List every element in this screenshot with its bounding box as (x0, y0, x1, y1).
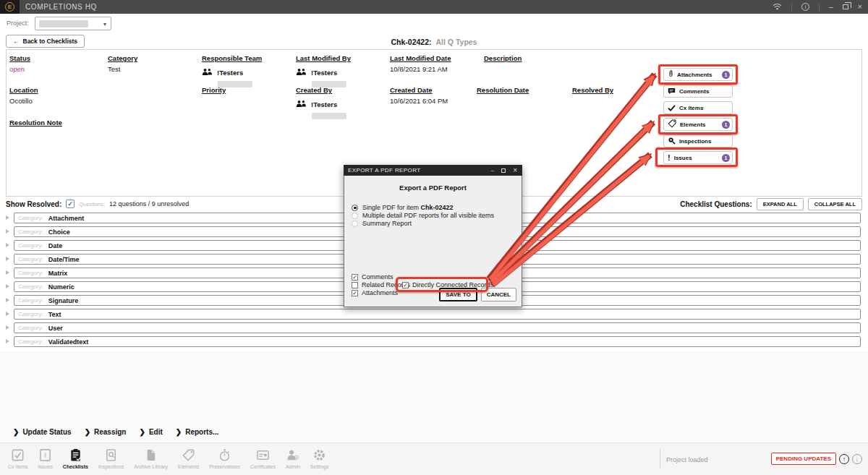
count-badge: 1 (722, 121, 730, 129)
questions-count: 12 questions / 9 unresolved (109, 200, 189, 207)
field-priority: Priority (202, 86, 226, 94)
expand-arrow-icon[interactable] (6, 229, 9, 234)
count-badge: 1 (722, 154, 730, 162)
toolbar-item-settings[interactable]: Settings (305, 446, 333, 471)
issues-button[interactable]: ! Issues 1 (663, 151, 733, 164)
cancel-button[interactable]: CANCEL (481, 288, 516, 301)
status-message: Project loaded (666, 456, 708, 463)
dialog-minimize-icon[interactable]: – (491, 167, 494, 174)
expand-arrow-icon[interactable] (6, 270, 9, 275)
action-reassign[interactable]: ❯Reassign (85, 428, 127, 436)
comment-icon (668, 85, 676, 98)
save-to-button[interactable]: SAVE TO (439, 288, 477, 301)
minimize-icon[interactable]: – (829, 4, 833, 11)
toolbar-item-issues[interactable]: !Issues (33, 446, 58, 471)
attachments-button[interactable]: Attachments 1 (663, 68, 733, 81)
toolbar-item-elements[interactable]: Elements (173, 446, 204, 471)
restore-icon[interactable] (843, 4, 848, 9)
checkbox-checked-icon: ✓ (352, 290, 358, 296)
category-row-header[interactable]: Category:Validatedtext (14, 336, 861, 347)
dialog-maximize-icon[interactable] (501, 168, 506, 173)
category-row-header[interactable]: Category:Text (14, 309, 861, 320)
radio-summary-report[interactable]: Summary Report (352, 220, 412, 227)
app-title: COMPLETIONS HQ (25, 3, 97, 11)
category-name: Matrix (48, 270, 68, 277)
expand-arrow-icon[interactable] (6, 312, 9, 316)
pending-updates-badge[interactable]: PENDING UPDATES (771, 453, 836, 465)
project-value-redacted (39, 20, 88, 27)
action-reports[interactable]: ❯Reports... (176, 428, 219, 436)
checkbox-checked-icon: ✓ (402, 282, 409, 288)
team-icon (296, 66, 307, 79)
expand-arrow-icon[interactable] (6, 325, 9, 330)
checklist-questions-label: Checklist Questions: (680, 200, 752, 208)
wifi-icon (773, 3, 782, 12)
action-update-status[interactable]: ❯Update Status (13, 428, 72, 436)
app-toolbar: Cx Items!IssuesChecklistsInspectionsArch… (0, 442, 868, 475)
checkbox-attachments[interactable]: ✓ Attachments (352, 289, 398, 296)
app-window: E COMPLETIONS HQ i – × Project: ▾ ← Back… (0, 0, 868, 475)
project-bar: Project: ▾ (0, 14, 868, 33)
svg-text:!: ! (44, 451, 46, 459)
toolbar-item-admin[interactable]: Admin (281, 446, 305, 471)
category-prefix-label: Category: (18, 311, 43, 317)
checkbox-comments[interactable]: ✓ Comments (352, 273, 393, 281)
archive-library-icon (144, 448, 158, 463)
checkbox-related-records[interactable]: Related Records (352, 281, 410, 288)
show-resolved-checkbox[interactable]: ✓ (66, 200, 75, 208)
inspections-button[interactable]: Inspections (663, 134, 733, 147)
footer-action-bar: ❯Update Status❯Reassign❯Edit❯Reports... (13, 428, 218, 436)
elements-button[interactable]: Elements 1 (663, 118, 733, 131)
expand-arrow-icon[interactable] (6, 339, 9, 343)
collapse-all-button[interactable]: COLLAPSE ALL (808, 198, 862, 210)
checklists-icon (69, 448, 82, 463)
checkbox-checked-icon: ✓ (352, 274, 358, 281)
toolbar-item-cx-items[interactable]: Cx Items (3, 446, 33, 471)
action-edit[interactable]: ❯Edit (139, 428, 162, 436)
toolbar-item-inspections[interactable]: Inspections (93, 446, 129, 471)
expand-arrow-icon[interactable] (6, 298, 9, 302)
show-resolved-label: Show Resolved: (6, 200, 61, 208)
cx-items-button[interactable]: Cx Items (663, 101, 733, 114)
toolbar-item-preservations[interactable]: Preservations (204, 446, 245, 471)
download-updates-icon[interactable]: ↓ (852, 454, 862, 464)
category-prefix-label: Category: (18, 270, 43, 276)
expand-arrow-icon[interactable] (6, 243, 9, 247)
dialog-close-icon[interactable]: × (513, 166, 517, 174)
info-icon[interactable]: i (801, 3, 809, 11)
redacted-value (312, 113, 346, 119)
category-name: Choice (48, 228, 70, 236)
status-value: open (9, 65, 30, 73)
expand-arrow-icon[interactable] (6, 284, 9, 288)
project-label: Project: (7, 20, 29, 27)
admin-icon (286, 448, 299, 463)
field-responsible-team: Responsible Team !Testers (202, 54, 262, 87)
category-name: Numeric (48, 283, 75, 291)
toolbar-item-certificates[interactable]: Certificates (245, 446, 281, 471)
expand-all-button[interactable]: EXPAND ALL (757, 198, 804, 210)
statusbar-divider (660, 449, 660, 469)
category-name: User (48, 325, 63, 332)
expand-arrow-icon[interactable] (6, 257, 9, 261)
dialog-titlebar: EXPORT A PDF REPORT – × (344, 165, 522, 176)
category-prefix-label: Category: (18, 242, 43, 249)
category-prefix-label: Category: (18, 215, 43, 221)
close-icon[interactable]: × (858, 3, 862, 11)
questions-label: Questions: (79, 201, 105, 207)
radio-multiple-pdf[interactable]: Multiple detail PDF reports for all visi… (352, 212, 494, 219)
category-row-header[interactable]: Category:User (14, 322, 861, 333)
category-name: Date (48, 242, 63, 249)
category-prefix-label: Category: (18, 228, 43, 235)
radio-single-pdf[interactable]: Single PDF for item Chk-02422 (352, 204, 454, 211)
toolbar-item-archive-library[interactable]: Archive Library (129, 446, 173, 471)
field-resolution-date: Resolution Date (477, 86, 529, 94)
category-name: Text (48, 311, 61, 318)
radio-icon (352, 213, 358, 219)
project-dropdown[interactable]: ▾ (35, 17, 111, 30)
toolbar-item-checklists[interactable]: Checklists (58, 446, 93, 471)
upload-updates-icon[interactable]: ↑ (839, 454, 849, 464)
settings-icon (312, 448, 326, 463)
category-prefix-label: Category: (18, 256, 43, 262)
comments-button[interactable]: Comments (663, 85, 733, 98)
expand-arrow-icon[interactable] (6, 215, 9, 220)
